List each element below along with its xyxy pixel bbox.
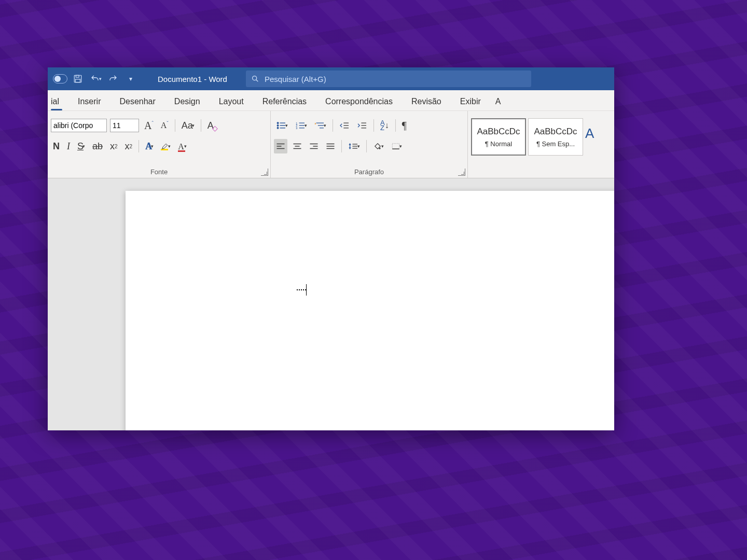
word-window: ▾ ▾ Documento1 - Word ial Inserir Desenh… (48, 67, 614, 430)
document-page[interactable] (126, 191, 614, 430)
align-center-button[interactable] (290, 139, 304, 153)
svg-line-4 (256, 80, 258, 82)
font-color-button[interactable]: A ▾ (176, 139, 189, 153)
undo-button[interactable]: ▾ (88, 72, 103, 86)
italic-button[interactable]: I (65, 139, 72, 153)
svg-rect-1 (76, 75, 79, 77)
search-icon (251, 75, 259, 83)
document-area[interactable] (48, 178, 614, 430)
font-group-launcher[interactable] (261, 169, 268, 176)
style-heading-fragment[interactable]: A (585, 118, 601, 142)
tab-exibir[interactable]: Exibir (451, 92, 490, 110)
tab-revisao[interactable]: Revisão (402, 92, 451, 110)
borders-button[interactable]: ▾ (389, 139, 404, 153)
separator (341, 140, 342, 152)
font-size-combo[interactable] (110, 119, 139, 132)
group-paragraph: ▾ 123▾ a▾ AZ↓ (271, 111, 468, 178)
separator (139, 140, 139, 152)
svg-text:a: a (314, 122, 316, 125)
text-effects-button[interactable]: A▾ (143, 139, 156, 153)
redo-button[interactable] (106, 72, 120, 86)
group-styles: AaBbCcDc ¶ Normal AaBbCcDc ¶ Sem Esp... … (468, 111, 614, 178)
increase-indent-button[interactable] (355, 118, 369, 133)
svg-rect-2 (76, 79, 80, 82)
autosave-toggle[interactable] (53, 72, 67, 86)
numbering-button[interactable]: 123▾ (293, 118, 309, 133)
separator (366, 140, 367, 152)
group-label-font: Fonte (48, 168, 270, 176)
group-label-paragraph: Parágrafo (271, 168, 467, 176)
style-normal[interactable]: AaBbCcDc ¶ Normal (471, 118, 526, 156)
svg-point-7 (277, 128, 279, 129)
separator (333, 119, 333, 132)
separator (175, 119, 175, 132)
style-name-normal: ¶ Normal (485, 140, 513, 148)
text-cursor (297, 284, 310, 297)
line-spacing-button[interactable]: ▾ (346, 139, 362, 153)
separator (374, 119, 374, 132)
change-case-button[interactable]: Aa▾ (179, 118, 197, 133)
tab-extra[interactable]: A (490, 92, 501, 110)
align-left-button[interactable] (274, 139, 287, 153)
strikethrough-button[interactable]: ab (90, 139, 105, 153)
ribbon: Aˆ Aˇ Aa▾ A◇ N I S▾ ab x2 x2 A▾ (48, 111, 614, 178)
bullets-button[interactable]: ▾ (274, 118, 290, 133)
superscript-button[interactable]: x2 (123, 139, 135, 153)
bold-button[interactable]: N (51, 139, 62, 153)
subscript-button[interactable]: x2 (108, 139, 120, 153)
highlight-color-button[interactable]: ▾ (159, 139, 173, 153)
tab-correspondencias[interactable]: Correspondências (316, 92, 402, 110)
tab-referencias[interactable]: Referências (253, 92, 316, 110)
paragraph-group-launcher[interactable] (458, 169, 465, 176)
decrease-indent-button[interactable] (337, 118, 352, 133)
group-font: Aˆ Aˇ Aa▾ A◇ N I S▾ ab x2 x2 A▾ (48, 111, 271, 178)
shrink-font-button[interactable]: Aˇ (159, 118, 171, 133)
customize-qat-button[interactable]: ▾ (123, 72, 138, 86)
tab-design[interactable]: Design (165, 92, 210, 110)
tab-layout[interactable]: Layout (210, 92, 253, 110)
title-bar: ▾ ▾ Documento1 - Word (48, 67, 614, 90)
grow-font-button[interactable]: Aˆ (142, 118, 156, 133)
tab-pagina-inicial[interactable]: ial (48, 92, 68, 110)
search-input[interactable] (265, 75, 526, 83)
style-name-semesp: ¶ Sem Esp... (536, 140, 575, 148)
font-name-combo[interactable] (51, 119, 107, 132)
tab-inserir[interactable]: Inserir (68, 92, 110, 110)
svg-point-6 (277, 125, 279, 127)
svg-point-3 (253, 76, 257, 80)
justify-button[interactable] (324, 139, 337, 153)
ribbon-tabs: ial Inserir Desenhar Design Layout Refer… (48, 90, 614, 111)
separator (395, 119, 396, 132)
save-button[interactable] (71, 72, 85, 86)
svg-text:3: 3 (296, 127, 297, 130)
sort-button[interactable]: AZ↓ (378, 118, 391, 133)
style-sem-espacamento[interactable]: AaBbCcDc ¶ Sem Esp... (528, 118, 583, 156)
style-preview-text: AaBbCcDc (534, 127, 577, 137)
window-title: Documento1 - Word (158, 75, 227, 83)
separator (201, 119, 201, 132)
search-box[interactable] (246, 71, 531, 87)
tab-desenhar[interactable]: Desenhar (110, 92, 164, 110)
clear-formatting-button[interactable]: A◇ (205, 118, 216, 133)
shading-button[interactable]: ▾ (371, 139, 386, 153)
quick-access-toolbar: ▾ ▾ (53, 72, 138, 86)
style-preview-text: AaBbCcDc (477, 127, 520, 137)
show-marks-button[interactable]: ¶ (400, 118, 409, 133)
chevron-down-icon: ▾ (99, 76, 102, 81)
underline-button[interactable]: S▾ (75, 139, 87, 153)
svg-point-5 (277, 122, 279, 124)
multilevel-list-button[interactable]: a▾ (312, 118, 328, 133)
align-right-button[interactable] (307, 139, 321, 153)
svg-rect-42 (392, 144, 399, 149)
